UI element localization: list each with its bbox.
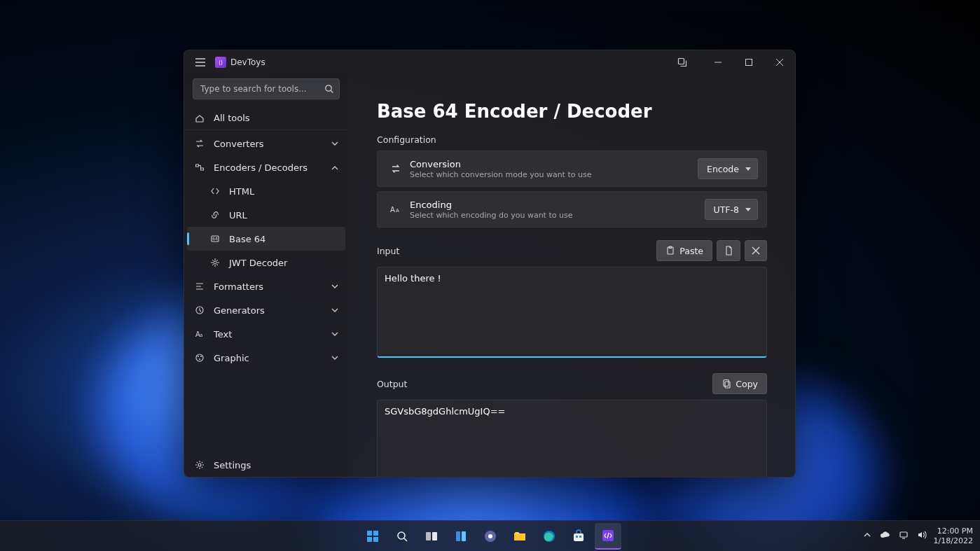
svg-rect-24 bbox=[367, 537, 372, 542]
link-icon bbox=[209, 209, 221, 221]
tray-onedrive[interactable] bbox=[879, 531, 892, 541]
encoders-icon bbox=[194, 162, 205, 173]
taskbar-app-store[interactable] bbox=[565, 523, 592, 550]
svg-rect-22 bbox=[367, 531, 372, 536]
configuration-label: Configuration bbox=[377, 134, 767, 145]
taskbar-app-edge[interactable] bbox=[536, 523, 563, 550]
folder-icon bbox=[513, 529, 527, 543]
nav-label: Encoders / Decoders bbox=[214, 162, 308, 173]
nav-label: JWT Decoder bbox=[229, 258, 287, 268]
nav-group-formatters[interactable]: Formatters bbox=[184, 274, 348, 298]
minimize-button[interactable] bbox=[703, 50, 733, 74]
nav-group-graphic[interactable]: Graphic bbox=[184, 346, 348, 370]
nav-encoders-html[interactable]: HTML bbox=[184, 179, 348, 203]
page-title: Base 64 Encoder / Decoder bbox=[377, 101, 767, 122]
taskbar-search[interactable] bbox=[389, 523, 415, 550]
taskbar-app-devtoys[interactable] bbox=[595, 523, 621, 550]
encoding-dropdown[interactable]: UTF-8 bbox=[705, 199, 758, 220]
svg-text:64: 64 bbox=[212, 236, 218, 241]
store-icon bbox=[572, 529, 586, 543]
task-view-button[interactable] bbox=[418, 523, 445, 550]
chevron-down-icon bbox=[331, 139, 338, 149]
nav-group-encoders[interactable]: Encoders / Decoders bbox=[184, 155, 348, 179]
taskbar-app-explorer[interactable] bbox=[506, 523, 533, 550]
svg-rect-33 bbox=[514, 534, 525, 540]
start-button[interactable] bbox=[359, 523, 386, 550]
base64-icon: 64 bbox=[209, 233, 221, 244]
always-on-top-button[interactable] bbox=[670, 50, 694, 74]
title-bar: ⟨⟩ DevToys bbox=[184, 50, 795, 74]
paste-button[interactable]: Paste bbox=[656, 240, 712, 261]
svg-point-32 bbox=[488, 534, 492, 538]
nav-settings[interactable]: Settings bbox=[184, 453, 348, 477]
config-conversion: Conversion Select which conversion mode … bbox=[377, 151, 767, 187]
widgets-button[interactable] bbox=[448, 523, 474, 550]
paste-icon bbox=[665, 246, 675, 256]
tray-overflow[interactable] bbox=[861, 531, 874, 541]
taskbar-app-teams[interactable] bbox=[477, 523, 504, 550]
converters-icon bbox=[194, 138, 205, 149]
svg-rect-1 bbox=[746, 60, 752, 66]
task-view-icon bbox=[425, 529, 439, 543]
teams-icon bbox=[483, 529, 497, 543]
conversion-dropdown[interactable]: Encode bbox=[698, 158, 758, 179]
input-textarea[interactable] bbox=[377, 267, 767, 358]
nav-encoders-jwt[interactable]: JWT Decoder bbox=[184, 251, 348, 274]
taskbar-center bbox=[359, 523, 621, 550]
chevron-down-icon bbox=[331, 353, 338, 363]
nav-label: Generators bbox=[214, 305, 265, 316]
pin-icon bbox=[677, 57, 687, 67]
graphic-icon bbox=[194, 352, 205, 363]
app-icon: ⟨⟩ bbox=[215, 57, 226, 68]
nav-encoders-url[interactable]: URL bbox=[184, 203, 348, 227]
search-icon bbox=[396, 530, 408, 543]
svg-rect-23 bbox=[373, 531, 378, 536]
generators-icon bbox=[194, 305, 205, 316]
clear-input-button[interactable] bbox=[745, 240, 767, 261]
chevron-up-icon bbox=[331, 162, 338, 173]
svg-point-7 bbox=[214, 261, 216, 264]
svg-point-14 bbox=[199, 358, 200, 360]
nav-all-tools[interactable]: All tools bbox=[184, 106, 348, 130]
nav-label: URL bbox=[229, 210, 247, 221]
svg-point-15 bbox=[198, 463, 201, 466]
svg-point-2 bbox=[326, 85, 331, 91]
devtoys-icon bbox=[601, 529, 615, 543]
swap-icon bbox=[386, 163, 406, 174]
volume-icon bbox=[917, 530, 927, 540]
button-label: Copy bbox=[736, 379, 758, 389]
nav-encoders-base64[interactable]: 64 Base 64 bbox=[187, 227, 345, 251]
maximize-button[interactable] bbox=[733, 50, 764, 74]
chevron-down-icon bbox=[331, 281, 338, 292]
nav-label: Formatters bbox=[214, 281, 263, 292]
search-input[interactable] bbox=[193, 78, 340, 99]
close-icon bbox=[752, 246, 760, 255]
config-encoding: AA Encoding Select which encoding do you… bbox=[377, 191, 767, 228]
svg-rect-37 bbox=[579, 536, 581, 538]
svg-rect-35 bbox=[574, 533, 584, 541]
taskbar-clock[interactable]: 12:00 PM 1/18/2022 bbox=[934, 526, 973, 546]
config-title: Conversion bbox=[410, 159, 698, 169]
svg-rect-3 bbox=[196, 165, 199, 167]
hamburger-button[interactable] bbox=[188, 50, 212, 74]
svg-rect-27 bbox=[426, 532, 431, 540]
home-icon bbox=[194, 113, 205, 124]
nav-group-converters[interactable]: Converters bbox=[184, 132, 348, 155]
copy-button[interactable]: Copy bbox=[712, 373, 767, 394]
svg-rect-29 bbox=[456, 531, 460, 541]
open-file-button[interactable] bbox=[717, 240, 740, 261]
nav-group-generators[interactable]: Generators bbox=[184, 298, 348, 322]
nav-label: All tools bbox=[214, 113, 250, 123]
tray-network[interactable] bbox=[897, 530, 910, 542]
close-button[interactable] bbox=[764, 50, 795, 74]
tray-volume[interactable] bbox=[916, 530, 928, 542]
svg-rect-39 bbox=[900, 532, 907, 537]
output-textarea[interactable] bbox=[377, 400, 767, 477]
svg-text:A: A bbox=[390, 206, 395, 214]
nav-group-text[interactable]: Aa Text bbox=[184, 322, 348, 346]
windows-icon bbox=[366, 529, 380, 543]
output-label: Output bbox=[377, 379, 407, 389]
config-desc: Select which conversion mode you want to… bbox=[410, 170, 698, 179]
main-panel: Base 64 Encoder / Decoder Configuration … bbox=[349, 74, 795, 477]
button-label: Paste bbox=[679, 246, 703, 256]
